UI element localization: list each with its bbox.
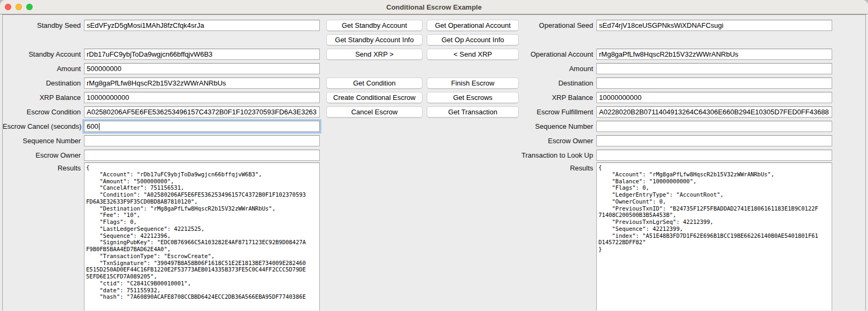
app-window: Conditional Escrow Example Standby Seed …: [0, 0, 868, 311]
operational-destination-input[interactable]: [596, 77, 832, 89]
operational-destination-label: Destination: [518, 79, 596, 87]
standby-destination-input[interactable]: [84, 77, 320, 89]
create-conditional-escrow-button[interactable]: Create Conditional Escrow: [326, 92, 423, 103]
operational-balance-input[interactable]: [596, 92, 832, 103]
standby-balance-input[interactable]: [84, 92, 320, 103]
escrow-fulfillment-input[interactable]: [596, 106, 832, 118]
standby-amount-input[interactable]: [84, 63, 320, 74]
operational-account-input[interactable]: [596, 49, 832, 60]
text-caret: [99, 123, 99, 130]
operational-results-label: Results: [518, 162, 596, 172]
get-escrows-button[interactable]: Get Escrows: [427, 92, 519, 103]
standby-escrow-owner-input[interactable]: [84, 150, 320, 161]
operational-results-text[interactable]: { "Account": "rMg8gaPfLfw8HqscR2b15V32zW…: [596, 162, 832, 310]
standby-seed-label: Standby Seed: [3, 21, 84, 29]
get-standby-account-info-button[interactable]: Get Standby Account Info: [326, 34, 423, 45]
standby-destination-label: Destination: [3, 79, 84, 87]
standby-amount-label: Amount: [3, 65, 84, 73]
operational-sequence-input[interactable]: [596, 121, 832, 132]
transaction-lookup-input[interactable]: [596, 150, 832, 161]
get-condition-button[interactable]: Get Condition: [326, 77, 423, 89]
operational-balance-label: XRP Balance: [518, 94, 596, 102]
get-transaction-button[interactable]: Get Transaction: [427, 106, 519, 118]
standby-sequence-label: Sequence Number: [3, 137, 84, 145]
cancel-escrow-button[interactable]: Cancel Escrow: [326, 106, 423, 118]
operational-amount-label: Amount: [518, 65, 596, 73]
standby-sequence-input[interactable]: [84, 135, 320, 146]
get-op-account-info-button[interactable]: Get Op Account Info: [427, 34, 519, 45]
operational-account-label: Operational Account: [518, 50, 596, 58]
finish-escrow-button[interactable]: Finish Escrow: [427, 77, 519, 89]
form-grid: Standby Seed Get Standby Account Get Ope…: [3, 15, 865, 310]
escrow-cancel-label: Escrow Cancel (seconds): [3, 122, 84, 130]
standby-seed-input[interactable]: [84, 20, 320, 31]
escrow-cancel-input[interactable]: 600: [84, 121, 320, 132]
operational-amount-input[interactable]: [596, 63, 832, 74]
standby-account-input[interactable]: [84, 49, 320, 60]
operational-escrow-owner-input[interactable]: [596, 135, 832, 146]
window-title: Conditional Escrow Example: [0, 3, 868, 11]
get-standby-account-button[interactable]: Get Standby Account: [326, 20, 423, 31]
operational-seed-label: Operational Seed: [518, 21, 596, 29]
main-content: Standby Seed Get Standby Account Get Ope…: [2, 14, 866, 310]
titlebar: Conditional Escrow Example: [0, 0, 868, 14]
operational-sequence-label: Sequence Number: [518, 122, 596, 130]
escrow-condition-label: Escrow Condition: [3, 108, 84, 116]
standby-escrow-owner-label: Escrow Owner: [3, 151, 84, 159]
get-operational-account-button[interactable]: Get Operational Account: [427, 20, 519, 31]
send-xrp-right-button[interactable]: Send XRP >: [326, 49, 423, 60]
escrow-condition-input[interactable]: [84, 106, 320, 118]
standby-results-text[interactable]: { "Account": "rDb17uFC9ybjToDa9wgjcn66bf…: [84, 162, 320, 310]
send-xrp-left-button[interactable]: < Send XRP: [427, 49, 519, 60]
operational-escrow-owner-label: Escrow Owner: [518, 137, 596, 145]
escrow-fulfillment-label: Escrow Fulfillment: [518, 108, 596, 116]
operational-seed-input[interactable]: [596, 20, 832, 31]
standby-account-label: Standby Account: [3, 50, 84, 58]
standby-balance-label: XRP Balance: [3, 94, 84, 102]
escrow-cancel-value: 600: [87, 122, 98, 130]
standby-results-label: Results: [3, 162, 84, 172]
transaction-lookup-label: Transaction to Look Up: [518, 151, 596, 159]
